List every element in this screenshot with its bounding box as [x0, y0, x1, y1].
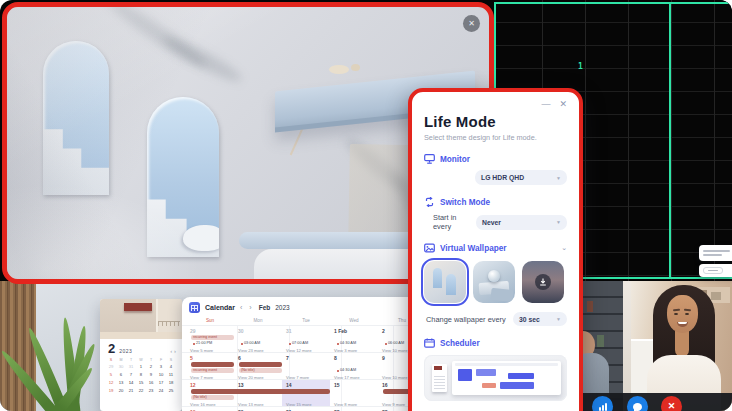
stairs	[43, 115, 109, 195]
wallpaper-thumbnail-list	[424, 261, 567, 303]
download-icon[interactable]	[535, 274, 551, 290]
event-entry[interactable]: 03:00 AM	[241, 341, 260, 346]
start-in-every-dropdown[interactable]: Never ▼	[476, 215, 567, 230]
paper-calendar-date: 17	[156, 379, 166, 387]
paper-calendar-row: 12131415161718	[100, 379, 182, 387]
sphere-block2	[490, 288, 513, 302]
mini-calendar-app	[452, 361, 561, 395]
calendar-date[interactable]: 22	[330, 407, 378, 411]
mini-app-header	[455, 363, 558, 366]
event-bar[interactable]	[191, 389, 330, 394]
participant-face	[667, 295, 698, 333]
chevron-down-icon: ▼	[556, 316, 561, 322]
notification-popup	[699, 245, 732, 277]
paper-calendar-date: 29	[106, 363, 116, 371]
close-icon[interactable]: ✕	[559, 100, 567, 109]
collapse-chevron-icon[interactable]: ⌄	[561, 244, 567, 252]
paper-calendar-date: 3	[156, 363, 166, 371]
monitor-dropdown[interactable]: LG HDR QHD ▼	[475, 170, 567, 185]
calendar-date[interactable]: 5	[186, 353, 234, 362]
calendar-date[interactable]: 15	[330, 380, 378, 389]
paper-calendar-row: 19202122232425	[100, 387, 182, 395]
calendar-date[interactable]: 21	[282, 407, 330, 411]
scheduler-preview-image	[424, 355, 567, 401]
eyebrow	[673, 309, 680, 311]
calendar-illustration	[100, 299, 182, 339]
paper-calendar-nav-arrows[interactable]: ‹ ›	[170, 348, 176, 354]
sphere-scene-wallpaper[interactable]	[473, 261, 515, 303]
mini-event-block	[508, 373, 534, 379]
calendar-app-icon	[189, 302, 200, 313]
grid-tick-label-1: 1	[578, 62, 583, 71]
calendar-date[interactable]: 14	[282, 380, 330, 389]
paper-calendar-date: 7	[126, 371, 136, 379]
calendar-date[interactable]: 20	[234, 407, 282, 411]
sunset-download-wallpaper[interactable]	[522, 261, 564, 303]
paper-calendar-month: 2	[108, 341, 115, 356]
event-entry[interactable]: 04:30 AM	[337, 368, 356, 373]
minimize-icon[interactable]: —	[541, 100, 550, 109]
life-mode-panel: — ✕ Life Mode Select theme design for Li…	[408, 88, 583, 411]
day-header: Tue	[282, 316, 330, 325]
start-in-every-value: Never	[482, 219, 501, 226]
event-bar[interactable]	[191, 362, 234, 367]
change-wallpaper-label: Change wallpaper every	[424, 315, 506, 324]
change-interval-dropdown[interactable]: 30 sec ▼	[513, 312, 567, 326]
event-entry[interactable]: 06:00 AM	[385, 341, 404, 346]
paper-calendar-year: 2023	[119, 348, 132, 354]
calendar-date[interactable]: 30	[234, 326, 282, 335]
scheduler-section-label: Scheduler	[440, 339, 480, 348]
event-bar[interactable]: recurring event	[191, 368, 234, 373]
calendar-date[interactable]: 19	[186, 407, 234, 411]
event-bar[interactable]	[239, 362, 282, 367]
calendar-date[interactable]: 7	[282, 353, 330, 362]
mini-event-block	[482, 383, 496, 388]
arched-niche-right	[147, 97, 219, 257]
event-entry[interactable]: 21:00 PM	[193, 341, 212, 346]
panel-subtitle: Select theme design for Life mode.	[424, 133, 567, 142]
calendar-date[interactable]: 12	[186, 380, 234, 389]
paper-day-header: M	[116, 356, 126, 363]
event-bar[interactable]: (No title)	[239, 368, 282, 373]
event-bar[interactable]: (No title)	[191, 395, 234, 400]
calendar-date[interactable]: 6	[234, 353, 282, 362]
close-icon: ✕	[668, 402, 676, 411]
stats-button[interactable]	[592, 396, 613, 411]
arch-interior-wallpaper[interactable]	[424, 261, 466, 303]
calendar-date[interactable]: 31	[282, 326, 330, 335]
calendar-date[interactable]: 8	[330, 353, 378, 362]
notification-action-button[interactable]	[703, 267, 723, 274]
monitor-dropdown-value: LG HDR QHD	[481, 174, 524, 181]
paper-calendar-date: 13	[116, 379, 126, 387]
calendar-date[interactable]: 13	[234, 380, 282, 389]
paper-calendar-date: 19	[106, 387, 116, 395]
signal-bars-icon	[599, 403, 607, 411]
illustration-floor	[100, 332, 182, 339]
call-control-bar: ✕	[583, 393, 732, 411]
calendar-year-label: 2023	[275, 304, 289, 311]
paper-calendar-date: 1	[136, 363, 146, 371]
paper-calendar-date: 22	[136, 387, 146, 395]
paper-calendar-date: 15	[136, 379, 146, 387]
chevron-down-icon: ▼	[556, 175, 561, 181]
eye	[685, 313, 689, 315]
event-entry[interactable]: 04:30 AM	[337, 341, 356, 346]
paper-calendar-date: 11	[166, 371, 176, 379]
monitor-section-header: Monitor	[424, 154, 567, 164]
chat-button[interactable]	[627, 396, 648, 411]
virtual-wallpaper-section-header: Virtual Wallpaper ⌄	[424, 243, 567, 253]
paper-calendar-date: 23	[146, 387, 156, 395]
calendar-date[interactable]: 29	[186, 326, 234, 335]
next-month-arrow[interactable]: ›	[249, 304, 253, 311]
paper-calendar-date: 20	[116, 387, 126, 395]
event-bar[interactable]: recurring event	[191, 335, 234, 340]
end-call-button[interactable]: ✕	[661, 396, 682, 411]
paper-day-header: W	[136, 356, 146, 363]
event-entry[interactable]: 07:00 AM	[289, 341, 308, 346]
prev-month-arrow[interactable]: ‹	[240, 304, 244, 311]
calendar-date[interactable]: 1 Feb	[330, 326, 378, 335]
paper-calendar-grid: 2930311234567891011121314151617181920212…	[100, 363, 182, 395]
mini-event-block	[476, 369, 496, 376]
monitor-icon	[424, 154, 435, 164]
close-icon[interactable]: ✕	[463, 15, 480, 32]
